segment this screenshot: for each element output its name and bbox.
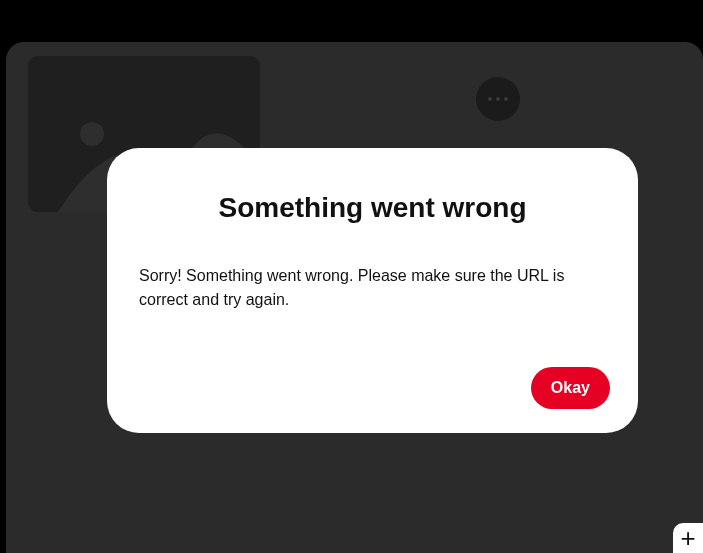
okay-button[interactable]: Okay	[531, 367, 610, 409]
modal-title: Something went wrong	[135, 192, 610, 224]
modal-overlay: Something went wrong Sorry! Something we…	[0, 0, 703, 553]
error-modal: Something went wrong Sorry! Something we…	[107, 148, 638, 433]
modal-message: Sorry! Something went wrong. Please make…	[135, 264, 610, 312]
create-button[interactable]: +	[673, 523, 703, 553]
plus-icon: +	[680, 523, 695, 554]
modal-actions: Okay	[135, 367, 610, 409]
